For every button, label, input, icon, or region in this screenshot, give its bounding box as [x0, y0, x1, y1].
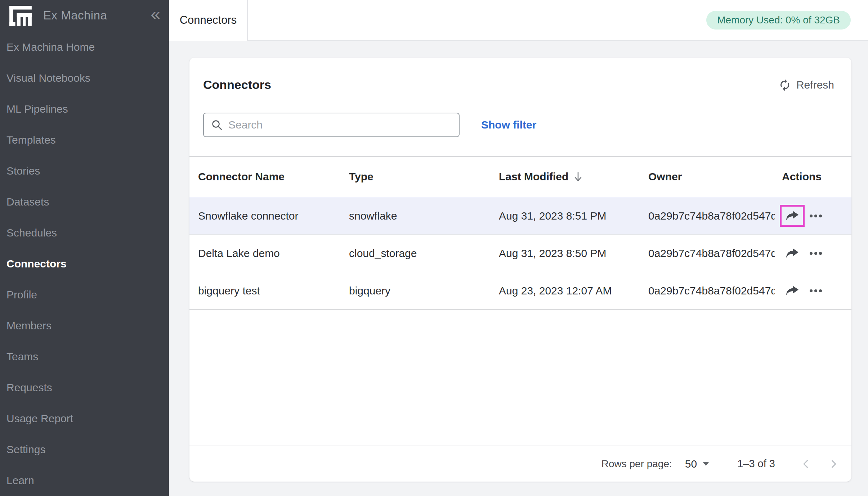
search-input[interactable] — [228, 119, 452, 131]
cell-connector-name: Delta Lake demo — [189, 247, 340, 260]
cell-last-modified: Aug 23, 2023 12:07 AM — [490, 285, 640, 297]
search-box — [203, 113, 460, 137]
tab-connectors[interactable]: Connectors — [169, 0, 248, 41]
column-header-owner[interactable]: Owner — [640, 171, 775, 183]
cell-owner: 0a29b7c74b8a78f02d547dc... — [640, 285, 775, 297]
search-row: Show filter — [189, 92, 851, 137]
sidebar-item-datasets[interactable]: Datasets — [0, 186, 169, 217]
caret-down-icon — [703, 462, 709, 466]
panel-header: Connectors Refresh — [189, 58, 851, 92]
connectors-table: Connector Name Type Last Modified Owner … — [189, 156, 851, 310]
sidebar-item-usage-report[interactable]: Usage Report — [0, 403, 169, 434]
last-modified-label: Last Modified — [499, 171, 568, 183]
more-options-icon[interactable] — [807, 250, 824, 257]
sort-descending-icon — [573, 171, 583, 182]
cell-connector-name: Snowflake connector — [189, 210, 340, 222]
main-area: Connectors Memory Used: 0% of 32GB Conne… — [169, 0, 868, 496]
cell-type: cloud_storage — [340, 247, 490, 260]
cell-actions — [775, 205, 851, 227]
pagination-bar: Rows per page: 50 1–3 of 3 — [189, 446, 851, 482]
cell-type: bigquery — [340, 285, 490, 297]
cell-last-modified: Aug 31, 2023 8:50 PM — [490, 247, 640, 260]
cell-owner: 0a29b7c74b8a78f02d547dc... — [640, 210, 775, 222]
sidebar-item-learn[interactable]: Learn — [0, 465, 169, 496]
rows-per-page-select[interactable]: 50 — [685, 458, 709, 470]
more-options-icon[interactable] — [807, 287, 824, 294]
panel-title: Connectors — [203, 78, 271, 92]
topbar: Connectors Memory Used: 0% of 32GB — [169, 0, 868, 41]
sidebar-item-schedules[interactable]: Schedules — [0, 217, 169, 248]
sidebar-item-connectors[interactable]: Connectors — [0, 248, 169, 279]
pagination-range: 1–3 of 3 — [737, 458, 775, 470]
cell-owner: 0a29b7c74b8a78f02d547dc... — [640, 247, 775, 260]
rows-per-page-label: Rows per page: — [601, 458, 672, 470]
column-header-type[interactable]: Type — [340, 171, 490, 183]
chevron-left-icon — [801, 459, 811, 469]
sidebar-item-templates[interactable]: Templates — [0, 125, 169, 155]
app-logo-icon — [8, 5, 33, 26]
sidebar-item-members[interactable]: Members — [0, 310, 169, 341]
table-header-row: Connector Name Type Last Modified Owner … — [189, 156, 851, 197]
table-row-snowflake-connector[interactable]: Snowflake connector snowflake Aug 31, 20… — [189, 197, 851, 235]
sidebar: Ex Machina « Ex Machina Home Visual Note… — [0, 0, 169, 496]
sidebar-header: Ex Machina « — [0, 0, 169, 31]
table-empty-space — [189, 310, 851, 446]
sidebar-item-ex-machina-home[interactable]: Ex Machina Home — [0, 32, 169, 63]
sidebar-item-profile[interactable]: Profile — [0, 279, 169, 310]
memory-usage-badge: Memory Used: 0% of 32GB — [706, 11, 851, 30]
refresh-button[interactable]: Refresh — [778, 78, 834, 91]
sidebar-item-visual-notebooks[interactable]: Visual Notebooks — [0, 63, 169, 94]
share-icon — [786, 285, 798, 296]
column-header-last-modified[interactable]: Last Modified — [490, 171, 640, 183]
refresh-label: Refresh — [796, 79, 834, 91]
table-row-bigquery-test[interactable]: bigquery test bigquery Aug 23, 2023 12:0… — [189, 272, 851, 310]
sidebar-item-teams[interactable]: Teams — [0, 341, 169, 372]
previous-page-button[interactable] — [801, 459, 811, 469]
connectors-panel: Connectors Refresh — [189, 58, 851, 482]
sidebar-item-stories[interactable]: Stories — [0, 155, 169, 186]
share-icon — [786, 248, 798, 258]
sidebar-item-requests[interactable]: Requests — [0, 372, 169, 403]
chevron-right-icon — [828, 459, 838, 469]
sidebar-nav: Ex Machina Home Visual Notebooks ML Pipe… — [0, 31, 169, 496]
sidebar-item-ml-pipelines[interactable]: ML Pipelines — [0, 94, 169, 125]
more-options-icon[interactable] — [807, 212, 824, 220]
share-button[interactable] — [780, 205, 805, 227]
cell-actions — [775, 242, 851, 264]
cell-connector-name: bigquery test — [189, 285, 340, 297]
sidebar-item-settings[interactable]: Settings — [0, 434, 169, 465]
app-title: Ex Machina — [43, 9, 151, 22]
refresh-icon — [778, 78, 791, 91]
next-page-button[interactable] — [828, 459, 838, 469]
show-filter-link[interactable]: Show filter — [481, 119, 536, 131]
table-row-delta-lake-demo[interactable]: Delta Lake demo cloud_storage Aug 31, 20… — [189, 235, 851, 272]
share-icon — [786, 211, 798, 221]
share-button[interactable] — [780, 280, 805, 302]
search-icon — [211, 119, 223, 131]
rows-per-page-value: 50 — [685, 458, 697, 470]
column-header-connector-name[interactable]: Connector Name — [189, 171, 340, 183]
page-content: Connectors Refresh — [169, 41, 868, 496]
cell-type: snowflake — [340, 210, 490, 222]
collapse-sidebar-icon[interactable]: « — [151, 5, 160, 23]
cell-last-modified: Aug 31, 2023 8:51 PM — [490, 210, 640, 222]
share-button[interactable] — [780, 242, 805, 264]
cell-actions — [775, 280, 851, 302]
column-header-actions: Actions — [775, 171, 851, 183]
